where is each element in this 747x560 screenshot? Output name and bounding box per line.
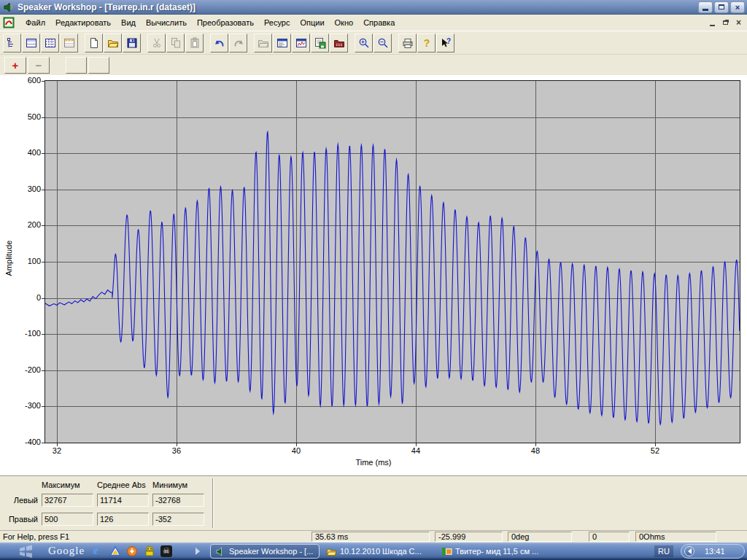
redo-button[interactable] — [229, 34, 247, 52]
notes-view-icon — [7, 37, 18, 49]
y-tick-mark — [42, 81, 44, 82]
import-chart-button[interactable] — [330, 34, 348, 52]
y-tick-label: 100 — [1, 257, 41, 265]
chart-window-button[interactable] — [273, 34, 291, 52]
chart-line-window-icon — [295, 37, 307, 49]
menu-resource[interactable]: Ресурс — [259, 16, 295, 29]
svg-text:?: ? — [446, 37, 450, 45]
x-tick-label: 44 — [405, 446, 427, 455]
paste-button[interactable] — [185, 34, 204, 52]
taskbar-button-tweeter-doc[interactable]: Твитер- мид 11,5 см ... — [441, 544, 558, 559]
zoom-out-button[interactable] — [374, 34, 392, 52]
waveform-canvas[interactable] — [45, 81, 740, 443]
y-tick-label: -100 — [1, 329, 41, 338]
open-special-button[interactable] — [254, 34, 272, 52]
quick-launch-chevron-icon[interactable] — [196, 548, 200, 555]
x-tick-label: 36 — [166, 446, 187, 455]
stats-right-avg: 126 — [97, 513, 149, 526]
y-tick-label: 0 — [1, 293, 41, 302]
chevron-left-icon — [688, 548, 692, 554]
y-tick-label: 300 — [1, 184, 41, 193]
print-button[interactable] — [398, 34, 417, 52]
add-point-button[interactable]: + — [4, 57, 26, 74]
status-pane-time: 35.63 ms — [311, 532, 430, 542]
y-tick-mark — [42, 117, 44, 118]
minimize-button[interactable] — [698, 1, 713, 13]
windows-logo-icon[interactable] — [18, 545, 35, 558]
status-pane-impedance: 0Ohms — [635, 532, 716, 542]
restore-button[interactable] — [714, 1, 729, 13]
restore-icon — [719, 4, 724, 9]
open-folder-icon — [107, 37, 119, 49]
blank-button-2[interactable] — [88, 57, 109, 74]
speaker-app-icon[interactable] — [3, 1, 15, 13]
dataset-doc-icon[interactable] — [3, 17, 15, 28]
dataset-table-view-icon — [26, 37, 37, 49]
menu-view[interactable]: Вид — [116, 16, 141, 29]
menu-transform[interactable]: Преобразовать — [192, 16, 259, 29]
x-tick-mark — [416, 443, 417, 446]
x-tick-label: 48 — [525, 446, 546, 455]
menu-edit[interactable]: Редактировать — [50, 16, 116, 29]
taskbar-button-label: Speaker Workshop - [... — [229, 547, 313, 556]
language-indicator[interactable]: RU — [654, 545, 673, 557]
x-tick-mark — [57, 443, 58, 446]
media-file-icon — [441, 546, 452, 557]
status-pane-value: -25.999 — [435, 532, 503, 542]
grid-view-button[interactable] — [41, 34, 59, 52]
skull-app-icon[interactable]: ☠ — [160, 545, 172, 557]
open-button[interactable] — [104, 34, 122, 52]
close-button[interactable]: × — [730, 1, 745, 13]
menu-options[interactable]: Опции — [295, 16, 329, 29]
paste-icon — [189, 37, 201, 49]
remove-point-button[interactable]: − — [28, 57, 50, 74]
undo-button[interactable] — [210, 34, 228, 52]
notes-view-button[interactable] — [3, 34, 21, 52]
new-button[interactable] — [85, 34, 103, 52]
minus-icon: − — [36, 59, 42, 71]
x-tick-label: 32 — [46, 446, 68, 455]
mdi-close-button[interactable]: × — [732, 18, 745, 28]
dataset-grid-view-icon — [44, 37, 56, 49]
cut-scissors-icon — [151, 37, 163, 49]
taskbar-button-speaker-workshop[interactable]: Speaker Workshop - [... — [210, 544, 320, 559]
mdi-minimize-button[interactable] — [706, 18, 719, 28]
help-button[interactable]: ? — [417, 34, 436, 52]
menu-help[interactable]: Справка — [358, 16, 400, 29]
mdi-restore-button[interactable] — [719, 18, 732, 28]
menubar: Файл Редактировать Вид Вычислить Преобра… — [0, 15, 747, 31]
robot-app-icon[interactable] — [144, 545, 155, 557]
y-tick-mark — [42, 153, 44, 154]
redo-icon — [233, 37, 244, 49]
copy-button[interactable] — [166, 34, 185, 52]
folder-icon — [326, 546, 337, 557]
zoom-in-button[interactable] — [355, 34, 373, 52]
system-tray: 13:41 — [681, 544, 745, 559]
google-deskband-label[interactable]: Google — [48, 545, 85, 557]
taskbar: Google e ☠ Speaker Workshop - [... 10.12… — [0, 542, 747, 560]
close-icon: × — [735, 4, 740, 11]
menu-calculate[interactable]: Вычислить — [141, 16, 192, 29]
y-tick-mark — [42, 406, 44, 407]
svg-text:?: ? — [423, 37, 430, 49]
menu-file[interactable]: Файл — [20, 16, 50, 29]
waveform-plot[interactable] — [44, 80, 740, 443]
ie-icon[interactable]: e — [93, 545, 105, 557]
download-manager-icon[interactable] — [126, 545, 138, 557]
cut-button[interactable] — [147, 34, 166, 52]
menu-window[interactable]: Окно — [330, 16, 359, 29]
save-chart-button[interactable] — [311, 34, 329, 52]
chart-line-window-button[interactable] — [292, 34, 310, 52]
blank-button-1[interactable] — [66, 57, 87, 74]
save-button[interactable] — [123, 34, 141, 52]
table-view-button[interactable] — [22, 34, 40, 52]
stats-right-max: 500 — [42, 513, 93, 526]
context-help-button[interactable]: ? — [436, 34, 454, 52]
google-desktop-icon[interactable] — [109, 545, 121, 557]
cells-view-button[interactable] — [60, 34, 78, 52]
plus-icon: + — [12, 59, 19, 71]
clock[interactable]: 13:41 — [705, 547, 725, 556]
taskbar-button-folder[interactable]: 10.12.2010 Шкода С... — [326, 544, 439, 559]
hide-tray-icons-button[interactable] — [684, 546, 694, 556]
stats-header-min: Минимум — [152, 481, 187, 489]
